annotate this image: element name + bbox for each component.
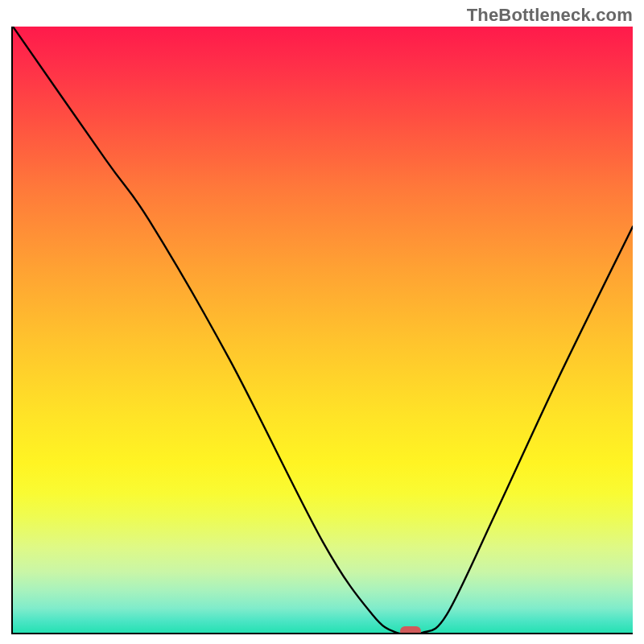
plot-area [11,27,633,634]
watermark-label: TheBottleneck.com [467,5,633,26]
curve-svg [13,27,633,633]
chart-container: TheBottleneck.com [0,0,644,644]
bottleneck-curve [13,27,633,633]
min-point-marker [400,626,421,634]
